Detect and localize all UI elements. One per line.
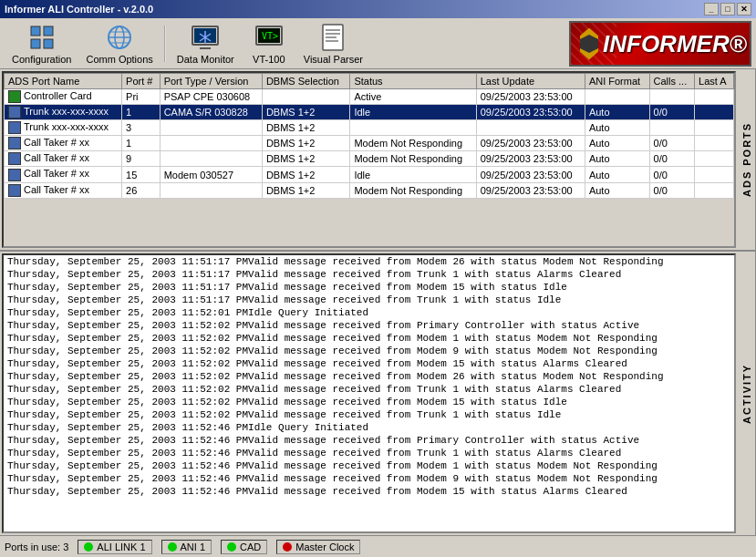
log-timestamp: Thursday, September 25, 2003 11:52:46 PM xyxy=(7,460,248,471)
table-cell-4: Active xyxy=(350,89,476,105)
visual-parser-icon xyxy=(318,23,347,52)
table-cell-2 xyxy=(160,120,262,136)
col-calls[interactable]: Calls ... xyxy=(649,74,695,89)
table-cell-5: 09/25/2003 23:53:00 xyxy=(476,105,585,120)
table-cell-7: 0/0 xyxy=(649,136,695,151)
table-cell-7: 0/0 xyxy=(649,167,695,182)
svg-text:VT>: VT> xyxy=(262,31,278,41)
table-cell-4: Modem Not Responding xyxy=(350,136,476,151)
ali-link-status: ALI LINK 1 xyxy=(78,540,151,554)
window-controls[interactable]: _ □ ✕ xyxy=(704,3,751,15)
list-item: Thursday, September 25, 2003 11:52:46 PM… xyxy=(4,447,734,459)
table-cell-0: Call Taker # xx xyxy=(5,136,122,151)
toolbar-separator xyxy=(164,26,166,62)
log-timestamp: Thursday, September 25, 2003 11:52:46 PM xyxy=(7,435,248,446)
activity-log: Thursday, September 25, 2003 11:51:17 PM… xyxy=(4,255,734,498)
table-row[interactable]: Controller CardPriPSAP CPE 030608Active0… xyxy=(5,89,734,105)
data-monitor-label: Data Monitor xyxy=(177,54,234,65)
configuration-button[interactable]: Configuration xyxy=(5,21,78,67)
table-cell-3: DBMS 1+2 xyxy=(262,182,350,198)
col-ani-format[interactable]: ANI Format xyxy=(585,74,649,89)
col-last-update[interactable]: Last Update xyxy=(476,74,585,89)
ani-status: ANI 1 xyxy=(161,540,212,554)
col-status[interactable]: Status xyxy=(350,74,476,89)
table-cell-2 xyxy=(160,136,262,151)
table-cell-6: Auto xyxy=(585,151,649,167)
svg-rect-3 xyxy=(44,39,53,48)
table-cell-0: Call Taker # xx xyxy=(5,151,122,167)
table-cell-5: 09/25/2003 23:53:00 xyxy=(476,89,585,105)
ports-table: ADS Port Name Port # Port Type / Version… xyxy=(4,73,734,199)
table-cell-5 xyxy=(476,120,585,136)
table-cell-4: Modem Not Responding xyxy=(350,151,476,167)
status-bar: Ports in use: 3 ALI LINK 1 ANI 1 CAD Mas… xyxy=(0,535,756,557)
table-cell-2 xyxy=(160,182,262,198)
table-cell-7: 0/0 xyxy=(649,105,695,120)
minimize-button[interactable]: _ xyxy=(704,3,719,15)
table-row[interactable]: Trunk xxx-xxx-xxxx1CAMA S/R 030828DBMS 1… xyxy=(5,105,734,120)
activity-log-container[interactable]: Thursday, September 25, 2003 11:51:17 PM… xyxy=(2,253,736,533)
log-timestamp: Thursday, September 25, 2003 11:52:01 PM xyxy=(7,307,248,318)
col-port-type[interactable]: Port Type / Version xyxy=(160,74,262,89)
log-timestamp: Thursday, September 25, 2003 11:52:46 PM xyxy=(7,448,248,459)
ani-dot xyxy=(168,542,177,552)
vt100-button[interactable]: VT> VT-100 xyxy=(242,21,296,67)
svg-rect-0 xyxy=(31,26,40,36)
table-cell-8 xyxy=(695,136,734,151)
table-cell-5: 09/25/2003 23:53:00 xyxy=(476,136,585,151)
table-row[interactable]: Call Taker # xx15Modem 030527DBMS 1+2Idl… xyxy=(5,167,734,182)
table-row[interactable]: Trunk xxx-xxx-xxxx3DBMS 1+2Auto xyxy=(5,120,734,136)
toolbar: Configuration Comm Options Dat xyxy=(0,18,756,69)
log-timestamp: Thursday, September 25, 2003 11:52:02 PM xyxy=(7,397,248,407)
table-cell-4: Idle xyxy=(350,167,476,182)
table-cell-2: CAMA S/R 030828 xyxy=(160,105,262,120)
list-item: Thursday, September 25, 2003 11:52:02 PM… xyxy=(4,383,734,396)
table-cell-8 xyxy=(695,182,734,198)
log-message: Valid message received from Modem 9 with… xyxy=(248,346,658,356)
log-message: Valid message received from Modem 26 wit… xyxy=(248,256,663,267)
table-cell-1: Pri xyxy=(122,89,161,105)
table-cell-0: Trunk xxx-xxx-xxxx xyxy=(5,120,122,136)
visual-parser-button[interactable]: Visual Parser xyxy=(296,21,370,67)
log-timestamp: Thursday, September 25, 2003 11:52:02 PM xyxy=(7,346,248,356)
list-item: Thursday, September 25, 2003 11:52:02 PM… xyxy=(4,332,734,345)
ali-link-dot xyxy=(84,542,93,552)
table-cell-1: 15 xyxy=(122,167,161,182)
data-monitor-button[interactable]: Data Monitor xyxy=(170,21,242,67)
table-row[interactable]: Call Taker # xx1DBMS 1+2Modem Not Respon… xyxy=(5,136,734,151)
log-message: Valid message received from Modem 15 wit… xyxy=(248,282,567,293)
table-row[interactable]: Call Taker # xx26DBMS 1+2Modem Not Respo… xyxy=(5,182,734,198)
col-last-a[interactable]: Last A xyxy=(695,74,734,89)
ports-section: ADS Port Name Port # Port Type / Version… xyxy=(0,69,756,252)
ali-link-label: ALI LINK 1 xyxy=(97,542,145,552)
list-item: Thursday, September 25, 2003 11:51:17 PM… xyxy=(4,294,734,306)
col-dbms[interactable]: DBMS Selection xyxy=(262,74,350,89)
log-timestamp: Thursday, September 25, 2003 11:52:46 PM xyxy=(7,422,248,433)
close-button[interactable]: ✕ xyxy=(737,3,751,15)
comm-options-label: Comm Options xyxy=(86,54,152,65)
table-cell-3 xyxy=(262,89,350,105)
log-message: Valid message received from Trunk 1 with… xyxy=(248,448,621,459)
log-timestamp: Thursday, September 25, 2003 11:52:46 PM xyxy=(7,486,248,497)
maximize-button[interactable]: □ xyxy=(720,3,735,15)
table-cell-3: DBMS 1+2 xyxy=(262,120,350,136)
log-message: Valid message received from Trunk 1 with… xyxy=(248,269,621,280)
table-cell-1: 26 xyxy=(122,182,161,198)
col-ads-port-name[interactable]: ADS Port Name xyxy=(5,74,122,89)
logo-text: INFORMER® xyxy=(603,30,747,58)
comm-options-button[interactable]: Comm Options xyxy=(78,21,160,67)
ports-table-container[interactable]: ADS Port Name Port # Port Type / Version… xyxy=(2,71,736,248)
list-item: Thursday, September 25, 2003 11:52:02 PM… xyxy=(4,345,734,357)
table-cell-3: DBMS 1+2 xyxy=(262,167,350,182)
log-timestamp: Thursday, September 25, 2003 11:52:02 PM xyxy=(7,358,248,369)
table-cell-0: Controller Card xyxy=(5,89,122,105)
log-message: Idle Query Initiated xyxy=(248,422,368,433)
list-item: Thursday, September 25, 2003 11:52:02 PM… xyxy=(4,408,734,421)
table-row[interactable]: Call Taker # xx9DBMS 1+2Modem Not Respon… xyxy=(5,151,734,167)
table-cell-7: 0/0 xyxy=(649,151,695,167)
log-message: Idle Query Initiated xyxy=(248,307,368,318)
log-timestamp: Thursday, September 25, 2003 11:51:17 PM xyxy=(7,294,248,305)
list-item: Thursday, September 25, 2003 11:51:17 PM… xyxy=(4,268,734,281)
col-port-num[interactable]: Port # xyxy=(122,74,161,89)
cad-dot xyxy=(227,542,236,552)
